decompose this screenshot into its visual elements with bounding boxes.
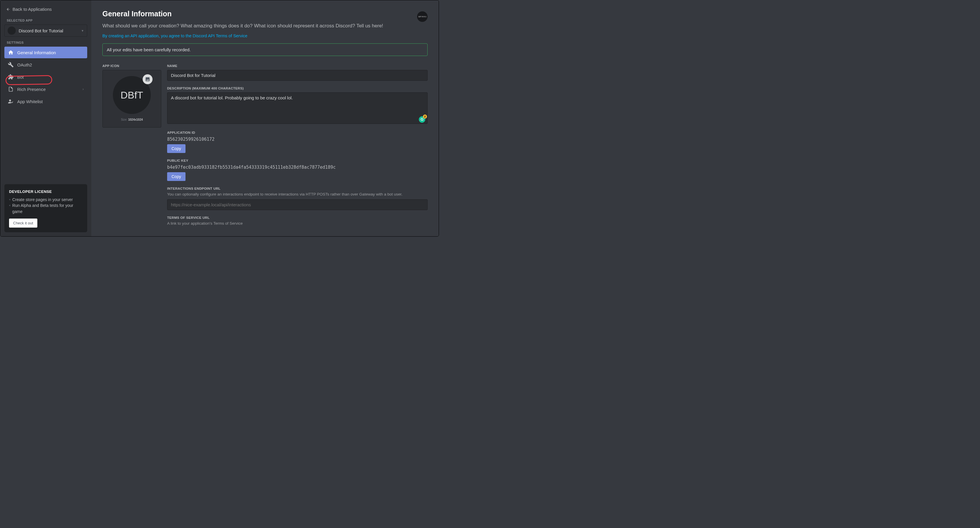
name-label: NAME [167, 64, 428, 68]
copy-public-key-button[interactable]: Copy [167, 172, 186, 181]
application-id-label: APPLICATION ID [167, 131, 428, 134]
grammarly-badge: 2 [423, 114, 427, 119]
grammarly-icon[interactable]: G2 [419, 116, 425, 123]
tos-agreement-link[interactable]: By creating an API application, you agre… [102, 33, 247, 38]
sidebar: Back to Applications SELECTED APP Discor… [0, 0, 91, 236]
sidebar-item-rich-presence[interactable]: Rich Presence › [5, 83, 87, 95]
corner-logo: 127.0.0.1 [417, 11, 428, 22]
app-icon-placeholder: DBfT [113, 76, 151, 114]
icon-size-hint: Size: 1024x1024 [121, 118, 143, 121]
selected-app-section-label: SELECTED APP [7, 19, 87, 22]
app-icon-uploader[interactable]: DBfT Size: 1024x1024 [102, 70, 161, 128]
success-alert: All your edits have been carefully recor… [102, 43, 428, 56]
upload-image-icon[interactable] [143, 74, 153, 84]
public-key-value: b4e97fec03adb933182fb5531da4fa54333319c4… [167, 165, 428, 170]
sidebar-item-label: Rich Presence [17, 87, 46, 92]
back-label: Back to Applications [13, 7, 52, 12]
developer-license-card: DEVELOPER LICENSE Create store pages in … [5, 184, 87, 232]
dev-license-bullet: Create store pages in your server [9, 197, 83, 203]
copy-application-id-button[interactable]: Copy [167, 144, 186, 153]
app-icon-initials: DBfT [121, 89, 143, 101]
selected-app-name: Discord Bot for Tutorial [19, 28, 78, 33]
back-to-applications-link[interactable]: Back to Applications [5, 5, 87, 14]
app-icon-label: APP ICON [102, 64, 161, 68]
interactions-help-text: You can optionally configure an interact… [167, 192, 428, 197]
page-subtitle: What should we call your creation? What … [102, 22, 428, 30]
dev-license-title: DEVELOPER LICENSE [9, 189, 83, 194]
sidebar-item-label: OAuth2 [17, 62, 32, 67]
sidebar-item-label: Bot [17, 75, 24, 79]
interactions-endpoint-input[interactable] [167, 199, 428, 210]
chevron-right-icon: › [83, 87, 84, 91]
settings-section-label: SETTINGS [7, 41, 87, 44]
description-label: DESCRIPTION (MAXIMUM 400 CHARACTERS) [167, 87, 428, 90]
page-title: General Information [102, 10, 428, 18]
main-content: 127.0.0.1 General Information What shoul… [91, 0, 439, 236]
check-it-out-button[interactable]: Check it out [9, 219, 37, 228]
home-icon [8, 49, 14, 55]
document-icon [8, 86, 14, 92]
sidebar-item-bot[interactable]: Bot [5, 71, 87, 83]
sidebar-item-label: General Information [17, 50, 56, 55]
sidebar-item-app-whitelist[interactable]: App Whitelist [5, 95, 87, 107]
sidebar-item-oauth2[interactable]: OAuth2 [5, 59, 87, 71]
name-input[interactable] [167, 70, 428, 81]
tos-url-label: TERMS OF SERVICE URL [167, 216, 428, 219]
public-key-label: PUBLIC KEY [167, 159, 428, 162]
sidebar-item-label: App Whitelist [17, 99, 43, 104]
description-textarea[interactable] [167, 92, 428, 124]
tos-url-help-text: A link to your application's Terms of Se… [167, 221, 428, 225]
sidebar-item-general-information[interactable]: General Information [5, 47, 87, 58]
app-avatar [8, 27, 16, 35]
puzzle-icon [8, 74, 14, 80]
arrow-left-icon [6, 7, 10, 11]
person-check-icon [8, 98, 14, 104]
interactions-endpoint-label: INTERACTIONS ENDPOINT URL [167, 187, 428, 190]
wrench-icon [8, 62, 14, 68]
application-id-value: 856230259926106172 [167, 137, 428, 142]
dev-license-bullet: Run Alpha and Beta tests for your game [9, 203, 83, 214]
caret-down-icon: ▼ [81, 29, 84, 32]
app-selector-dropdown[interactable]: Discord Bot for Tutorial ▼ [5, 24, 87, 37]
